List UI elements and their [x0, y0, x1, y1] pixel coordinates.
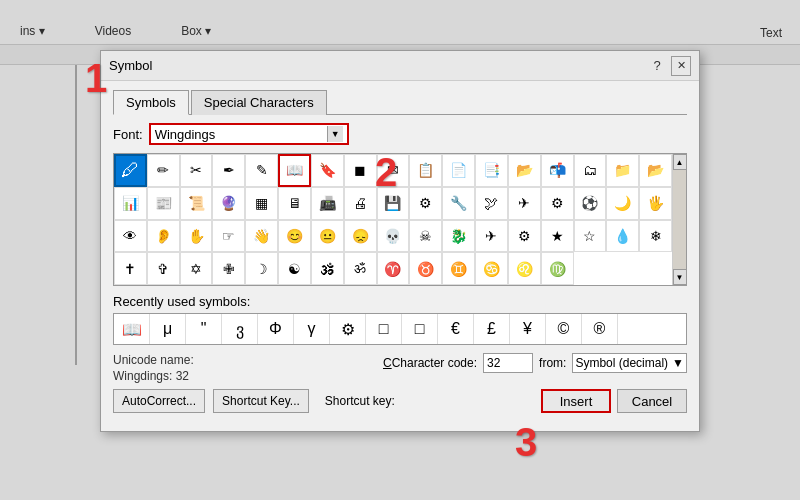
recent-cell[interactable]: μ: [150, 314, 186, 344]
from-label: from:: [539, 356, 566, 370]
charcode-input[interactable]: [483, 353, 533, 373]
symbol-cell[interactable]: ✈: [508, 187, 541, 220]
insert-button[interactable]: Insert: [541, 389, 611, 413]
symbol-cell[interactable]: 📬: [541, 154, 574, 187]
info-left: Unicode name: Wingdings: 32: [113, 353, 363, 383]
symbol-cell[interactable]: 💀: [377, 220, 410, 253]
recent-cell[interactable]: ვ: [222, 314, 258, 344]
recent-cell[interactable]: ": [186, 314, 222, 344]
symbol-cell[interactable]: ✈: [475, 220, 508, 253]
shortcut-key-button[interactable]: Shortcut Key...: [213, 389, 309, 413]
symbol-dialog: Symbol ? ✕ Symbols Special Characters Fo…: [100, 50, 700, 432]
symbol-cell[interactable]: 💾: [377, 187, 410, 220]
action-buttons: Insert Cancel: [541, 389, 687, 413]
tab-symbols[interactable]: Symbols: [113, 90, 189, 115]
symbol-cell[interactable]: 🕊: [475, 187, 508, 220]
recent-cell[interactable]: ®: [582, 314, 618, 344]
recent-cell[interactable]: ⚙: [330, 314, 366, 344]
tab-special-characters[interactable]: Special Characters: [191, 90, 327, 115]
symbol-cell[interactable]: ✉: [377, 154, 410, 187]
symbol-cell[interactable]: ♌: [508, 252, 541, 285]
symbol-cell[interactable]: ✏: [147, 154, 180, 187]
symbol-cell[interactable]: 📰: [147, 187, 180, 220]
symbol-cell[interactable]: 🖥: [278, 187, 311, 220]
help-button[interactable]: ?: [647, 56, 667, 76]
symbol-cell[interactable]: 📜: [180, 187, 213, 220]
symbol-cell[interactable]: 📄: [442, 154, 475, 187]
symbol-cell[interactable]: 🖨: [344, 187, 377, 220]
symbol-cell[interactable]: 😞: [344, 220, 377, 253]
symbol-cell[interactable]: 📊: [114, 187, 147, 220]
symbol-cell[interactable]: ✋: [180, 220, 213, 253]
symbol-cell[interactable]: ❄: [639, 220, 672, 253]
symbol-cell[interactable]: ✎: [245, 154, 278, 187]
recent-cell[interactable]: □: [402, 314, 438, 344]
font-select-arrow: ▼: [327, 126, 343, 142]
symbol-cell[interactable]: ▦: [245, 187, 278, 220]
symbol-cell[interactable]: 👁: [114, 220, 147, 253]
close-button[interactable]: ✕: [671, 56, 691, 76]
cancel-button[interactable]: Cancel: [617, 389, 687, 413]
symbol-cell[interactable]: 👋: [245, 220, 278, 253]
symbol-cell[interactable]: ☠: [409, 220, 442, 253]
symbol-cell[interactable]: ☆: [574, 220, 607, 253]
font-select-value: Wingdings: [155, 127, 327, 142]
symbol-cell[interactable]: ⚙: [541, 187, 574, 220]
symbol-cell[interactable]: 🔮: [212, 187, 245, 220]
recent-cell[interactable]: ©: [546, 314, 582, 344]
autocorrect-button[interactable]: AutoCorrect...: [113, 389, 205, 413]
recent-cell[interactable]: γ: [294, 314, 330, 344]
symbol-cell[interactable]: 📑: [475, 154, 508, 187]
symbol-cell[interactable]: 😐: [311, 220, 344, 253]
symbol-cell[interactable]: 🖐: [639, 187, 672, 220]
symbol-cell[interactable]: ॐ: [344, 252, 377, 285]
symbol-cell[interactable]: ☯: [278, 252, 311, 285]
scroll-down-btn[interactable]: ▼: [673, 269, 687, 285]
symbol-cell[interactable]: ⚙: [409, 187, 442, 220]
from-select[interactable]: Symbol (decimal) ▼: [572, 353, 687, 373]
symbol-cell[interactable]: ♋: [475, 252, 508, 285]
symbol-cell[interactable]: 📂: [508, 154, 541, 187]
symbol-cell[interactable]: 🌙: [606, 187, 639, 220]
symbol-cell[interactable]: 🗂: [574, 154, 607, 187]
symbol-cell[interactable]: ✙: [212, 252, 245, 285]
scroll-up-btn[interactable]: ▲: [673, 154, 687, 170]
symbol-cell[interactable]: 📂: [639, 154, 672, 187]
symbol-cell[interactable]: 💧: [606, 220, 639, 253]
symbol-cell[interactable]: ⚙: [508, 220, 541, 253]
recent-cell[interactable]: ¥: [510, 314, 546, 344]
symbol-cell[interactable]: ★: [541, 220, 574, 253]
symbol-cell[interactable]: 👂: [147, 220, 180, 253]
symbol-cell[interactable]: ✂: [180, 154, 213, 187]
symbol-cell[interactable]: ✞: [147, 252, 180, 285]
symbol-scrollbar[interactable]: ▲ ▼: [672, 154, 686, 285]
symbol-cell[interactable]: 🔖: [311, 154, 344, 187]
symbol-cell[interactable]: 😊: [278, 220, 311, 253]
symbol-cell[interactable]: ✒: [212, 154, 245, 187]
symbol-cell[interactable]: 🐉: [442, 220, 475, 253]
recent-cell[interactable]: €: [438, 314, 474, 344]
symbol-cell[interactable]: 🔧: [442, 187, 475, 220]
symbol-cell[interactable]: ✡: [180, 252, 213, 285]
symbol-cell[interactable]: ♈: [377, 252, 410, 285]
symbol-cell[interactable]: 📋: [409, 154, 442, 187]
recent-cell[interactable]: £: [474, 314, 510, 344]
symbol-cell[interactable]: ☞: [212, 220, 245, 253]
recent-cell[interactable]: □: [366, 314, 402, 344]
recent-cell[interactable]: 📖: [114, 314, 150, 344]
symbol-cell[interactable]: ♍: [541, 252, 574, 285]
symbol-cell[interactable]: ☽: [245, 252, 278, 285]
symbol-cell[interactable]: ♊: [442, 252, 475, 285]
symbol-cell[interactable]: 🕉: [311, 252, 344, 285]
symbol-cell[interactable]: 📠: [311, 187, 344, 220]
symbol-cell[interactable]: ⚽: [574, 187, 607, 220]
symbol-cell[interactable]: ♉: [409, 252, 442, 285]
symbol-cell[interactable]: 🖊: [114, 154, 147, 187]
symbol-cell[interactable]: 📁: [606, 154, 639, 187]
symbol-cell-selected[interactable]: 📖: [278, 154, 311, 187]
font-select[interactable]: Wingdings ▼: [149, 123, 349, 145]
symbol-cell[interactable]: ✝: [114, 252, 147, 285]
symbol-cell[interactable]: ◼: [344, 154, 377, 187]
recent-cell[interactable]: Φ: [258, 314, 294, 344]
from-select-value: Symbol (decimal): [575, 356, 668, 370]
